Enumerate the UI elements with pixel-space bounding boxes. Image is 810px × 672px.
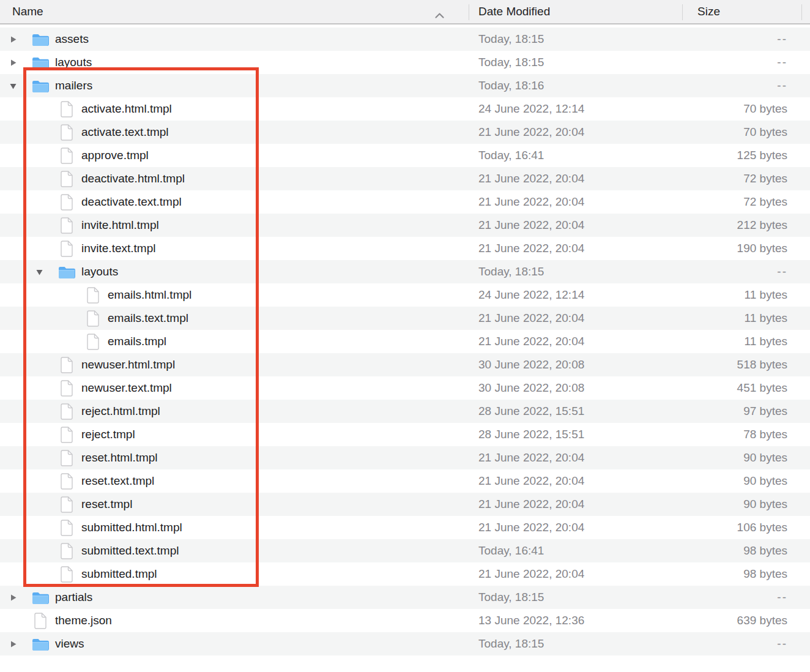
size-cell: 639 bytes	[682, 614, 810, 627]
date-modified-cell: 28 June 2022, 15:51	[469, 405, 682, 418]
file-name-label: submitted.text.tmpl	[81, 544, 179, 558]
table-row[interactable]: submitted.tmpl 21 June 2022, 20:04 98 by…	[0, 562, 810, 586]
column-header-name[interactable]: Name	[0, 0, 469, 23]
row-icon	[58, 542, 75, 559]
column-divider[interactable]	[801, 4, 802, 20]
disclosure-triangle-icon[interactable]	[9, 58, 32, 67]
row-icon	[58, 263, 75, 280]
folder-icon	[58, 265, 75, 279]
file-name-label: mailers	[55, 79, 92, 92]
table-row[interactable]: reject.tmpl 28 June 2022, 15:51 78 bytes	[0, 423, 810, 446]
date-modified-cell: 21 June 2022, 20:04	[469, 567, 682, 581]
size-cell: 72 bytes	[682, 172, 810, 185]
column-header-size-label: Size	[697, 5, 720, 18]
size-cell: --	[682, 637, 810, 651]
file-name-label: invite.html.tmpl	[81, 218, 159, 232]
table-row[interactable]: emails.html.tmpl 24 June 2022, 12:14 11 …	[0, 283, 810, 307]
file-name-label: reset.html.tmpl	[81, 451, 158, 465]
file-name-label: emails.tmpl	[108, 335, 166, 348]
file-name-label: reject.tmpl	[81, 428, 135, 441]
row-icon	[58, 379, 75, 397]
name-cell: submitted.tmpl	[0, 566, 469, 583]
size-cell: 11 bytes	[682, 335, 810, 348]
date-modified-cell: 30 June 2022, 20:08	[469, 358, 682, 371]
table-row[interactable]: activate.html.tmpl 24 June 2022, 12:14 7…	[0, 97, 810, 121]
table-row[interactable]: assets Today, 18:15 --	[0, 28, 810, 51]
column-divider[interactable]	[469, 4, 469, 20]
name-cell: assets	[0, 31, 469, 48]
table-row[interactable]: partials Today, 18:15 --	[0, 586, 810, 609]
table-row[interactable]: deactivate.html.tmpl 21 June 2022, 20:04…	[0, 167, 810, 190]
file-name-label: assets	[55, 32, 89, 46]
file-icon	[60, 403, 73, 420]
row-icon	[58, 100, 75, 118]
row-icon	[58, 147, 75, 164]
table-row[interactable]: reset.tmpl 21 June 2022, 20:04 90 bytes	[0, 493, 810, 516]
date-modified-cell: 21 June 2022, 20:04	[469, 498, 682, 511]
table-row[interactable]: mailers Today, 18:16 --	[0, 74, 810, 97]
name-cell: submitted.html.tmpl	[0, 519, 469, 536]
column-divider[interactable]	[682, 4, 683, 20]
file-name-label: emails.text.tmpl	[108, 312, 188, 325]
disclosure-triangle-icon[interactable]	[9, 81, 32, 91]
list-view-header: Name Date Modified Size	[0, 0, 810, 24]
table-row[interactable]: invite.html.tmpl 21 June 2022, 20:04 212…	[0, 214, 810, 237]
column-header-date-modified[interactable]: Date Modified	[469, 0, 682, 23]
table-row[interactable]: approve.tmpl Today, 16:41 125 bytes	[0, 144, 810, 167]
folder-icon	[32, 56, 49, 70]
row-icon	[58, 426, 75, 443]
size-cell: 97 bytes	[682, 405, 810, 418]
name-cell: approve.tmpl	[0, 147, 469, 164]
table-row[interactable]: invite.text.tmpl 21 June 2022, 20:04 190…	[0, 237, 810, 260]
size-cell: --	[682, 79, 810, 92]
table-row[interactable]: views Today, 18:15 --	[0, 632, 810, 655]
date-modified-cell: Today, 18:15	[469, 591, 682, 604]
table-row[interactable]: emails.text.tmpl 21 June 2022, 20:04 11 …	[0, 307, 810, 330]
file-icon	[60, 566, 73, 583]
disclosure-triangle-icon[interactable]	[9, 35, 32, 44]
row-icon	[58, 449, 75, 466]
file-name-label: layouts	[55, 56, 92, 69]
table-row[interactable]: layouts Today, 18:15 --	[0, 260, 810, 283]
row-icon	[58, 124, 75, 141]
file-name-label: deactivate.html.tmpl	[81, 172, 185, 185]
table-row[interactable]: activate.text.tmpl 21 June 2022, 20:04 7…	[0, 121, 810, 144]
table-row[interactable]: submitted.html.tmpl 21 June 2022, 20:04 …	[0, 516, 810, 539]
table-row[interactable]: newuser.text.tmpl 30 June 2022, 20:08 45…	[0, 376, 810, 400]
file-name-label: submitted.tmpl	[81, 567, 157, 581]
table-row[interactable]: submitted.text.tmpl Today, 16:41 98 byte…	[0, 539, 810, 562]
date-modified-cell: 24 June 2022, 12:14	[469, 288, 682, 302]
file-name-label: reset.tmpl	[81, 498, 132, 511]
row-icon	[58, 472, 75, 490]
table-row[interactable]: reset.html.tmpl 21 June 2022, 20:04 90 b…	[0, 446, 810, 469]
file-icon	[60, 194, 73, 211]
date-modified-cell: 21 June 2022, 20:04	[469, 195, 682, 209]
row-icon	[58, 240, 75, 257]
name-cell: layouts	[0, 263, 469, 280]
disclosure-triangle-icon[interactable]	[35, 267, 58, 277]
name-cell: submitted.text.tmpl	[0, 542, 469, 559]
file-icon	[60, 357, 73, 373]
table-row[interactable]: emails.tmpl 21 June 2022, 20:04 11 bytes	[0, 330, 810, 353]
disclosure-triangle-icon[interactable]	[9, 640, 32, 649]
file-icon	[60, 147, 73, 164]
table-row[interactable]: layouts Today, 18:15 --	[0, 51, 810, 74]
file-icon	[60, 217, 73, 234]
table-row[interactable]: newuser.html.tmpl 30 June 2022, 20:08 51…	[0, 353, 810, 376]
table-row[interactable]: deactivate.text.tmpl 21 June 2022, 20:04…	[0, 190, 810, 214]
date-modified-cell: 21 June 2022, 20:04	[469, 521, 682, 534]
table-row[interactable]: theme.json 13 June 2022, 12:36 639 bytes	[0, 609, 810, 632]
name-cell: views	[0, 635, 469, 652]
row-icon	[58, 193, 75, 211]
table-row[interactable]: reject.html.tmpl 28 June 2022, 15:51 97 …	[0, 400, 810, 423]
column-header-size[interactable]: Size	[682, 0, 810, 23]
row-icon	[32, 54, 49, 71]
size-cell: 78 bytes	[682, 428, 810, 441]
table-row[interactable]: reset.text.tmpl 21 June 2022, 20:04 90 b…	[0, 469, 810, 493]
size-cell: --	[682, 56, 810, 69]
name-cell: reject.html.tmpl	[0, 403, 469, 420]
file-list: assets Today, 18:15 -- layouts	[0, 28, 810, 655]
date-modified-cell: 21 June 2022, 20:04	[469, 451, 682, 465]
name-cell: emails.text.tmpl	[0, 310, 469, 327]
disclosure-triangle-icon[interactable]	[9, 593, 32, 602]
